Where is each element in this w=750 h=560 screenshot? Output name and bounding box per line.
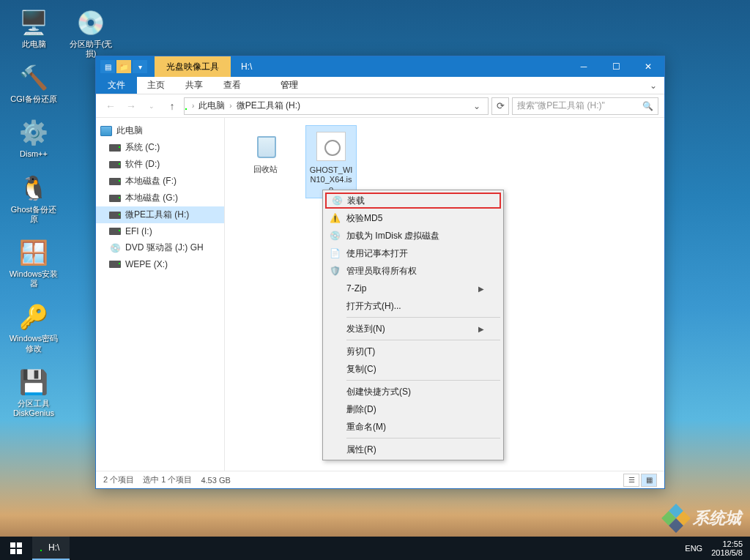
- taskbar-item-explorer[interactable]: H:\: [32, 537, 70, 560]
- ribbon-tab-home[interactable]: 主页: [137, 77, 175, 94]
- desktop-icon-label: 此电脑: [22, 40, 46, 49]
- watermark: 系统城: [664, 506, 741, 531]
- view-icons-button[interactable]: ▦: [641, 474, 657, 487]
- close-button[interactable]: ✕: [632, 56, 664, 77]
- nav-forward-button[interactable]: →: [122, 97, 140, 115]
- tray-time: 12:55: [711, 540, 743, 548]
- sidebar-item-drive-h[interactable]: 微PE工具箱 (H:): [96, 206, 224, 223]
- status-count: 2 个项目: [103, 474, 134, 485]
- ctx-item-label: 重命名(M): [346, 421, 386, 433]
- breadcrumb[interactable]: › 此电脑 › 微PE工具箱 (H:) ⌄: [184, 97, 489, 115]
- desktop-icon-winpasswd[interactable]: 🔑Windows密码修改: [7, 302, 60, 353]
- ctx-item-imdisk[interactable]: 💿加载为 ImDisk 虚拟磁盘: [324, 227, 502, 244]
- ctx-item-label: 打开方式(H)...: [346, 300, 401, 313]
- desktop-icon-this-pc[interactable]: 🖥️此电脑: [7, 7, 60, 49]
- ctx-item-7zip[interactable]: 7-Zip▶: [324, 280, 502, 297]
- sidebar-item-drive-f[interactable]: 本地磁盘 (F:): [96, 173, 224, 190]
- desktop-icon-partition[interactable]: 💿分区助手(无损): [64, 7, 117, 59]
- tray-lang[interactable]: ENG: [685, 544, 702, 553]
- sidebar-item-drive-j[interactable]: 💿DVD 驱动器 (J:) GH: [96, 239, 224, 256]
- sidebar-item-drive-d[interactable]: 软件 (D:): [96, 156, 224, 173]
- svg-rect-1: [17, 542, 22, 548]
- ctx-separator: [346, 340, 500, 340]
- sidebar-item-label: EFI (I:): [125, 226, 152, 236]
- ribbon-tab-manage[interactable]: 管理: [270, 77, 308, 94]
- ctx-separator: [346, 380, 500, 381]
- ctx-item-label: 剪切(T): [346, 346, 375, 358]
- qat-dropdown-icon[interactable]: ▾: [133, 60, 147, 73]
- titlebar[interactable]: ▤ 📁 ▾ 光盘映像工具 H:\ ─ ☐ ✕: [96, 56, 664, 77]
- view-details-button[interactable]: ☰: [623, 474, 639, 487]
- desktop-icons-col1: 🖥️此电脑 🔨CGI备份还原 ⚙️Dism++ 🐧Ghost备份还原 🪟Wind…: [7, 7, 60, 418]
- start-button[interactable]: [0, 537, 32, 560]
- ctx-item-delete[interactable]: 删除(D): [324, 400, 502, 418]
- window-controls: ─ ☐ ✕: [568, 56, 664, 77]
- svg-rect-0: [10, 542, 15, 548]
- sidebar-item-label: 本地磁盘 (G:): [125, 192, 178, 204]
- sidebar-item-drive-c[interactable]: 系统 (C:): [96, 139, 224, 156]
- ctx-item-takeowner[interactable]: 🛡️管理员取得所有权: [324, 262, 502, 280]
- desktop-icon-ghost[interactable]: 🐧Ghost备份还原: [7, 173, 60, 224]
- ctx-item-openwith[interactable]: 打开方式(H)...: [324, 297, 502, 315]
- search-input[interactable]: 搜索"微PE工具箱 (H:)" 🔍: [512, 97, 658, 115]
- file-item-iso[interactable]: GHOST_WIN10_X64.iso: [305, 125, 357, 198]
- drive-icon: [109, 176, 121, 187]
- quick-access-toolbar: ▤ 📁 ▾: [100, 60, 147, 73]
- ribbon-tab-share[interactable]: 共享: [175, 77, 213, 94]
- notepad-icon: 📄: [329, 247, 341, 259]
- breadcrumb-item[interactable]: 此电脑: [198, 100, 225, 112]
- shield-icon: 🛡️: [329, 265, 341, 277]
- taskbar-item-label: H:\: [48, 542, 59, 553]
- sidebar-item-drive-x[interactable]: WEPE (X:): [96, 256, 224, 272]
- ctx-separator: [346, 438, 500, 438]
- breadcrumb-dropdown-icon[interactable]: ⌄: [469, 101, 485, 111]
- chevron-right-icon: ▶: [478, 325, 484, 333]
- ctx-item-label: 复制(C): [346, 363, 376, 376]
- ribbon-expand-icon[interactable]: ⌄: [642, 77, 664, 94]
- ctx-item-label: 校验MD5: [346, 212, 382, 225]
- sidebar-item-this-pc[interactable]: 此电脑: [96, 122, 224, 139]
- ribbon-file-tab[interactable]: 文件: [96, 77, 137, 94]
- key-icon: 🔑: [18, 302, 49, 332]
- disc-icon: 💿: [329, 230, 341, 242]
- partition-icon: 💿: [75, 7, 106, 38]
- nav-back-button[interactable]: ←: [102, 97, 119, 115]
- ctx-item-shortcut[interactable]: 创建快捷方式(S): [324, 383, 502, 400]
- ctx-item-notepad[interactable]: 📄使用记事本打开: [324, 244, 502, 262]
- file-item-recycle-bin[interactable]: 回收站: [240, 125, 291, 177]
- nav-up-button[interactable]: ↑: [163, 97, 181, 115]
- nav-history-dropdown[interactable]: ⌄: [143, 97, 160, 115]
- breadcrumb-item[interactable]: 微PE工具箱 (H:): [237, 100, 300, 112]
- drive-icon: [109, 142, 121, 154]
- ctx-item-cut[interactable]: 剪切(T): [324, 343, 502, 360]
- windows-logo-icon: [10, 542, 22, 554]
- desktop-icon-diskgenius[interactable]: 💾分区工具DiskGenius: [7, 367, 60, 418]
- sidebar-item-label: WEPE (X:): [125, 259, 168, 269]
- tray-clock[interactable]: 12:55 2018/5/8: [711, 540, 743, 557]
- desktop-icons-col2: 💿分区助手(无损): [64, 7, 117, 59]
- warning-icon: ⚠️: [329, 212, 341, 224]
- ctx-item-copy[interactable]: 复制(C): [324, 360, 502, 378]
- ctx-item-properties[interactable]: 属性(R): [324, 441, 502, 458]
- minimize-button[interactable]: ─: [568, 56, 600, 77]
- desktop-icon-wininstaller[interactable]: 🪟Windows安装器: [7, 237, 60, 288]
- sidebar-item-label: 本地磁盘 (F:): [125, 175, 177, 187]
- windows-icon: 🪟: [18, 237, 49, 268]
- ctx-item-rename[interactable]: 重命名(M): [324, 418, 502, 436]
- sidebar-item-label: 软件 (D:): [125, 158, 160, 171]
- ctx-item-mount[interactable]: 💿装载: [325, 193, 501, 209]
- tray-date: 2018/5/8: [711, 548, 743, 557]
- sidebar-item-drive-i[interactable]: EFI (I:): [96, 223, 224, 239]
- ctx-item-md5[interactable]: ⚠️校验MD5: [324, 209, 502, 227]
- ribbon-tab-view[interactable]: 查看: [213, 77, 251, 94]
- maximize-button[interactable]: ☐: [600, 56, 632, 77]
- refresh-button[interactable]: ⟳: [491, 97, 509, 115]
- qat-properties-icon[interactable]: ▤: [100, 60, 115, 73]
- desktop-icon-label: Windows安装器: [7, 269, 60, 288]
- qat-newfolder-icon[interactable]: 📁: [116, 60, 131, 73]
- desktop-icon-dism[interactable]: ⚙️Dism++: [7, 117, 60, 159]
- ctx-item-sendto[interactable]: 发送到(N)▶: [324, 320, 502, 337]
- desktop-icon-cgi[interactable]: 🔨CGI备份还原: [7, 62, 60, 104]
- sidebar-item-drive-g[interactable]: 本地磁盘 (G:): [96, 190, 224, 206]
- hammer-icon: 🔨: [18, 62, 49, 93]
